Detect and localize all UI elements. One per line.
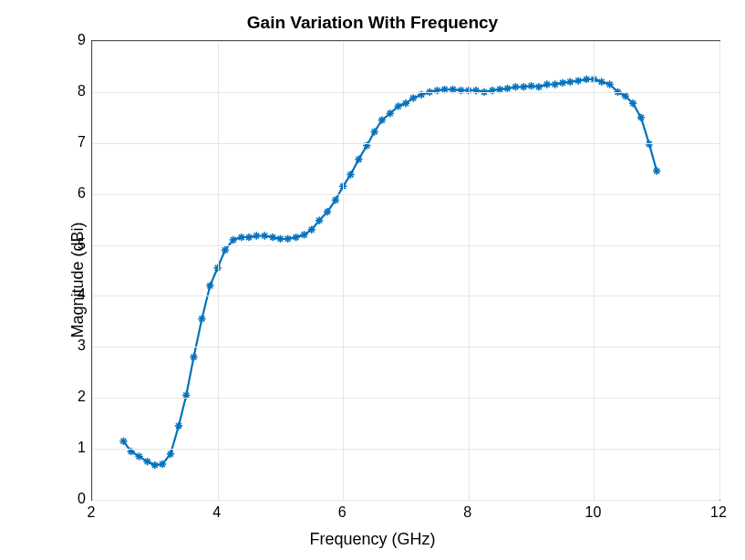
data-marker bbox=[332, 196, 339, 203]
data-marker bbox=[159, 461, 166, 468]
data-marker bbox=[543, 80, 551, 88]
data-marker bbox=[284, 235, 291, 243]
data-marker bbox=[206, 282, 213, 289]
y-tick-label: 0 bbox=[69, 491, 86, 507]
data-marker bbox=[472, 87, 480, 94]
data-marker bbox=[198, 315, 205, 322]
y-tick-label: 4 bbox=[69, 286, 86, 303]
grid-line bbox=[92, 41, 93, 500]
data-marker bbox=[190, 353, 197, 360]
y-tick-label: 8 bbox=[69, 83, 86, 99]
grid-line bbox=[92, 500, 719, 501]
y-tick-label: 1 bbox=[69, 440, 86, 456]
grid-line bbox=[92, 449, 719, 450]
plot-svg bbox=[92, 41, 719, 500]
data-line bbox=[123, 79, 657, 465]
data-marker bbox=[175, 422, 182, 430]
figure: Gain Variation With Frequency Magnitude … bbox=[0, 0, 745, 560]
data-marker bbox=[552, 80, 559, 88]
data-marker bbox=[151, 461, 159, 469]
data-marker bbox=[457, 87, 464, 94]
grid-line bbox=[92, 245, 719, 246]
data-marker bbox=[605, 80, 613, 88]
data-marker bbox=[653, 167, 660, 174]
grid-line bbox=[92, 194, 719, 195]
data-marker bbox=[292, 233, 299, 241]
plot-area bbox=[91, 40, 720, 501]
grid-line bbox=[92, 41, 719, 42]
data-marker bbox=[433, 87, 440, 94]
x-tick-label: 12 bbox=[710, 504, 727, 521]
data-marker bbox=[253, 232, 260, 239]
grid-line bbox=[92, 398, 719, 399]
grid-line bbox=[92, 347, 719, 347]
y-tick-label: 5 bbox=[69, 236, 86, 253]
data-marker bbox=[559, 79, 566, 87]
data-marker bbox=[512, 83, 519, 90]
data-marker bbox=[370, 128, 378, 135]
grid-line bbox=[469, 41, 470, 500]
data-marker bbox=[520, 83, 527, 90]
x-tick-label: 4 bbox=[212, 504, 221, 521]
data-marker bbox=[629, 99, 636, 107]
data-marker bbox=[646, 140, 653, 148]
y-tick-label: 6 bbox=[69, 185, 86, 202]
grid-line bbox=[594, 41, 595, 500]
data-marker bbox=[622, 92, 629, 99]
x-tick-label: 6 bbox=[338, 504, 347, 521]
data-marker bbox=[527, 82, 534, 89]
data-marker bbox=[261, 232, 268, 239]
grid-line bbox=[92, 296, 719, 296]
data-marker bbox=[574, 77, 582, 84]
data-marker bbox=[637, 114, 645, 121]
x-axis-label: Frequency (GHz) bbox=[0, 530, 745, 549]
data-marker bbox=[269, 233, 276, 241]
data-marker bbox=[276, 235, 284, 243]
x-tick-label: 8 bbox=[463, 504, 471, 521]
data-marker bbox=[378, 116, 386, 123]
chart-title: Gain Variation With Frequency bbox=[0, 13, 745, 33]
data-marker bbox=[119, 438, 127, 445]
grid-line bbox=[92, 92, 719, 93]
data-marker bbox=[597, 78, 605, 86]
y-tick-label: 2 bbox=[69, 389, 86, 405]
grid-line bbox=[343, 41, 344, 500]
data-marker bbox=[222, 246, 229, 254]
grid-line bbox=[92, 143, 719, 144]
data-marker bbox=[308, 226, 316, 233]
data-marker bbox=[167, 451, 174, 458]
data-marker bbox=[566, 78, 574, 86]
data-marker bbox=[395, 102, 402, 109]
data-marker bbox=[489, 87, 496, 94]
y-tick-label: 9 bbox=[69, 32, 86, 48]
data-marker bbox=[387, 109, 394, 117]
data-marker bbox=[583, 76, 590, 83]
data-marker bbox=[535, 83, 543, 90]
grid-line bbox=[218, 41, 219, 500]
data-marker bbox=[238, 233, 245, 241]
y-tick-label: 3 bbox=[69, 337, 86, 354]
y-tick-label: 7 bbox=[69, 134, 86, 150]
data-marker bbox=[402, 99, 409, 107]
data-marker bbox=[409, 94, 417, 101]
x-tick-label: 2 bbox=[88, 504, 96, 521]
data-marker bbox=[245, 233, 253, 241]
grid-line bbox=[719, 41, 720, 500]
x-tick-label: 10 bbox=[585, 504, 601, 521]
data-marker bbox=[316, 217, 323, 224]
data-marker bbox=[347, 171, 354, 178]
